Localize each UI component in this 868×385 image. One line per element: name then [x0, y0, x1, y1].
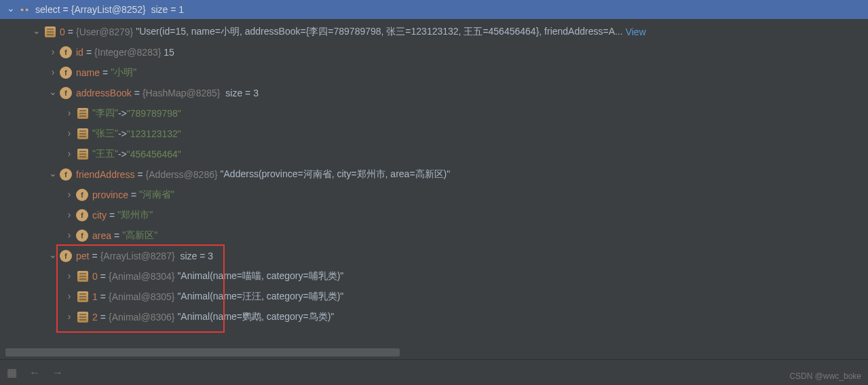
expand-arrow[interactable] [5, 4, 16, 15]
stack-icon[interactable]: ▦ [7, 366, 17, 379]
field-icon: f [76, 189, 88, 201]
tree-node-name[interactable]: f name = "小明" [0, 62, 868, 83]
field-icon: f [60, 67, 72, 79]
element-icon [77, 291, 88, 302]
tree-content: 0 = {User@8279} "User(id=15, name=小明, ad… [0, 19, 868, 330]
scroll-thumb[interactable] [5, 348, 400, 356]
chevron-down-icon[interactable] [31, 26, 42, 37]
tree-node-user[interactable]: 0 = {User@8279} "User(id=15, name=小明, ad… [0, 22, 868, 42]
list-item[interactable]: 0 = {Animal@8304} "Animal(name=喵喵, categ… [0, 266, 868, 287]
field-icon: f [60, 250, 72, 262]
element-icon [45, 26, 56, 37]
element-icon [77, 271, 88, 282]
chevron-right-icon[interactable] [64, 271, 75, 282]
tree-node-friendaddress[interactable]: f friendAddress = {Adderss@8286} "Adders… [0, 164, 868, 185]
chevron-down-icon[interactable] [48, 251, 58, 261]
nav-back-icon[interactable]: ← [29, 367, 40, 379]
footer-toolbar: ▦ ← → [0, 359, 868, 385]
chevron-right-icon[interactable] [64, 210, 75, 221]
nav-forward-icon[interactable]: → [52, 367, 63, 379]
watermark: CSDN @wwc_boke [789, 371, 861, 381]
chevron-right-icon[interactable] [48, 67, 58, 78]
tree-node-province[interactable]: f province = "河南省" [0, 185, 868, 205]
chevron-right-icon[interactable] [48, 47, 58, 58]
chevron-down-icon[interactable] [48, 169, 58, 180]
chevron-right-icon[interactable] [64, 189, 75, 200]
element-icon [77, 312, 88, 323]
field-icon: f [76, 209, 88, 221]
selected-variable-row[interactable]: 👓 select = {ArrayList@8252} size = 1 [0, 0, 868, 19]
map-entry[interactable]: "李四" -> "789789798" [0, 103, 868, 124]
map-entry[interactable]: "张三" -> "123123132" [0, 124, 868, 144]
field-icon: f [60, 87, 72, 99]
var-type: {ArrayList@8252} [71, 4, 146, 15]
chevron-right-icon[interactable] [64, 230, 75, 241]
chevron-right-icon[interactable] [64, 128, 75, 139]
chevron-right-icon[interactable] [64, 312, 75, 323]
list-item[interactable]: 1 = {Animal@8305} "Animal(name=汪汪, categ… [0, 287, 868, 307]
tree-node-area[interactable]: f area = "高新区" [0, 225, 868, 246]
field-icon: f [60, 46, 72, 58]
list-item[interactable]: 2 = {Animal@8306} "Animal(name=鹦鹉, categ… [0, 307, 868, 327]
watch-icon: 👓 [18, 3, 31, 16]
field-icon: f [76, 230, 88, 242]
tree-node-city[interactable]: f city = "郑州市" [0, 205, 868, 225]
field-icon: f [60, 168, 72, 181]
chevron-right-icon[interactable] [64, 149, 75, 160]
element-icon [77, 128, 88, 139]
element-icon [77, 149, 88, 160]
map-entry[interactable]: "王五" -> "456456464" [0, 144, 868, 164]
chevron-down-icon[interactable] [48, 88, 58, 98]
tree-node-pet[interactable]: f pet = {ArrayList@8287} size = 3 [0, 246, 868, 266]
tree-node-addressbook[interactable]: f addressBook = {HashMap@8285} size = 3 [0, 83, 868, 103]
view-link[interactable]: View [626, 26, 646, 37]
tree-node-id[interactable]: f id = {Integer@8283} 15 [0, 42, 868, 62]
chevron-right-icon[interactable] [64, 291, 75, 302]
var-name: select [35, 4, 60, 15]
chevron-right-icon[interactable] [64, 108, 75, 119]
horizontal-scrollbar[interactable] [5, 348, 863, 356]
element-icon [77, 108, 88, 119]
size-label: size = 1 [151, 4, 185, 15]
